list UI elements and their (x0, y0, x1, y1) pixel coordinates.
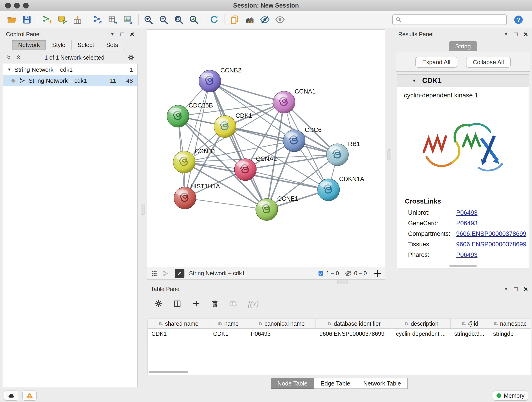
splitter-handle[interactable] (141, 204, 145, 215)
export-table-button[interactable] (106, 13, 120, 26)
search-box[interactable] (392, 14, 507, 25)
minimize-window-button[interactable] (14, 3, 20, 8)
maximize-window-button[interactable] (23, 3, 29, 8)
node-label-CCNA2: CCNA2 (256, 155, 277, 162)
node-CCNA1[interactable]: CCNA1 (273, 88, 316, 113)
column-header-canonical-name[interactable]: canonical name (247, 319, 316, 328)
results-panel-title: Results Panel (398, 31, 433, 38)
crosslink-link[interactable]: P06493 (456, 251, 477, 259)
network-row-selected[interactable]: String Network – cdk1 11 48 (3, 75, 137, 86)
float-panel-icon[interactable]: □ (514, 31, 518, 37)
tab-network[interactable]: Network (12, 40, 46, 50)
column-header-shared-name[interactable]: shared name (148, 319, 209, 328)
edge-HIST1H1A-CCNE1[interactable] (185, 198, 267, 210)
import-table-button[interactable] (71, 13, 84, 26)
column-header-name[interactable]: name (209, 319, 247, 328)
network-canvas[interactable]: CCNB2CCNA1CDC25BCDK1CDC6RB1CCNB1CCNA2CDK… (147, 30, 385, 267)
columns-icon[interactable] (173, 300, 181, 308)
edge-CCNB2-CCNA1[interactable] (210, 81, 284, 102)
import-network-database-button[interactable] (56, 13, 69, 26)
column-header-description[interactable]: description (392, 319, 450, 328)
warnings-button[interactable] (22, 390, 37, 401)
tab-network-table[interactable]: Network Table (357, 378, 408, 389)
zoom-in-button[interactable] (142, 13, 155, 26)
hide-selected-button[interactable] (258, 13, 272, 26)
collapse-all-button[interactable]: Collapse All (466, 57, 511, 68)
home-button[interactable] (243, 13, 256, 26)
zoom-out-button[interactable] (157, 13, 170, 26)
image-export-icon (123, 15, 133, 25)
open-overview-button[interactable] (175, 269, 184, 278)
table-cell: P06493 (247, 331, 316, 337)
panel-menu-icon[interactable]: ▼ (504, 32, 508, 36)
close-window-button[interactable] (5, 3, 11, 8)
node-CDKN1A[interactable]: CDKN1A (317, 176, 364, 201)
edge-CCNB2-CCNE1[interactable] (210, 81, 267, 210)
checkbox-icon[interactable] (318, 270, 324, 276)
tab-string[interactable]: String (449, 41, 477, 51)
share-icon[interactable] (162, 270, 169, 277)
crosslink-link[interactable]: P06493 (456, 209, 477, 216)
tab-edge-table[interactable]: Edge Table (314, 378, 357, 389)
column-header--id[interactable]: @id (451, 319, 490, 328)
close-panel-icon[interactable]: × (524, 285, 528, 293)
import-network-file-button[interactable] (41, 13, 54, 26)
splitter-handle[interactable] (337, 280, 348, 284)
table-row[interactable]: CDK1CDK1P064939606.ENSP00000378699cyclin… (148, 329, 531, 339)
gene-header[interactable]: ▼ CDK1 (397, 75, 529, 87)
expand-all-button[interactable]: Expand All (415, 57, 457, 68)
zoom-fit-button[interactable] (172, 13, 185, 26)
splitter-handle[interactable] (387, 149, 391, 160)
node-RB1[interactable]: RB1 (326, 140, 360, 166)
panel-menu-icon[interactable]: ▼ (504, 287, 508, 291)
crosslink-link[interactable]: 9606.ENSP00000378699 (456, 230, 526, 237)
toolbar-separator (37, 14, 37, 25)
search-input[interactable] (404, 16, 504, 23)
export-network-button[interactable] (91, 13, 104, 26)
grid-icon[interactable] (151, 270, 157, 277)
node-count: 11 (110, 77, 116, 84)
eye-slash-icon[interactable] (345, 270, 352, 277)
float-panel-icon[interactable]: □ (120, 31, 124, 37)
show-all-button[interactable] (273, 13, 287, 26)
tab-node-table[interactable]: Node Table (271, 378, 314, 389)
network-collection-row[interactable]: ▼ String Network – cdk1 1 (3, 64, 137, 75)
node-HIST1H1A[interactable]: HIST1H1A (174, 183, 220, 209)
save-session-button[interactable] (20, 13, 33, 26)
close-panel-icon[interactable]: × (524, 31, 528, 38)
horizontal-scrollbar[interactable] (149, 370, 530, 374)
column-header-database-identifier[interactable]: database identifier (316, 319, 392, 328)
cloud-button[interactable] (4, 390, 18, 401)
network-view-statusbar: String Network – cdk1 1 – 0 0 – 0 (147, 267, 385, 279)
edge-CCNB2-HIST1H1A[interactable] (185, 81, 210, 198)
expand-all-icon[interactable] (15, 54, 22, 61)
gear-icon[interactable] (154, 300, 163, 308)
gear-icon[interactable] (127, 54, 135, 61)
crosslink-link[interactable]: 9606.ENSP00000378699 (456, 241, 526, 248)
plus-icon[interactable] (192, 300, 200, 308)
trash-icon[interactable] (211, 300, 219, 308)
results-scrollbar-thumb[interactable] (449, 265, 477, 267)
float-panel-icon[interactable]: □ (514, 286, 518, 292)
documents-button[interactable] (228, 13, 241, 26)
table-cell: 9606.ENSP00000378699 (316, 331, 392, 337)
zoom-selected-button[interactable] (187, 13, 201, 26)
tab-style[interactable]: Style (46, 40, 71, 50)
open-session-button[interactable] (5, 13, 18, 26)
tree-caret-icon[interactable]: ▼ (7, 67, 11, 72)
crosshair-icon[interactable] (373, 269, 381, 278)
memory-button[interactable]: Memory (493, 390, 528, 401)
node-table: shared namenamecanonical namedatabase id… (147, 319, 531, 375)
tab-select[interactable]: Select (71, 40, 100, 50)
collapse-all-icon[interactable] (6, 54, 12, 61)
apply-layout-button[interactable] (208, 13, 221, 26)
scrollbar-thumb[interactable] (149, 370, 188, 373)
column-header-namespac[interactable]: namespac (489, 319, 531, 328)
export-image-button[interactable] (121, 13, 135, 26)
help-button[interactable]: ? (512, 13, 525, 26)
tab-sets[interactable]: Sets (100, 40, 124, 50)
close-panel-icon[interactable]: × (130, 31, 134, 38)
crosslink-link[interactable]: P06493 (456, 220, 477, 227)
panel-menu-icon[interactable]: ▼ (110, 32, 114, 36)
collapse-caret-icon[interactable]: ▼ (412, 78, 416, 83)
